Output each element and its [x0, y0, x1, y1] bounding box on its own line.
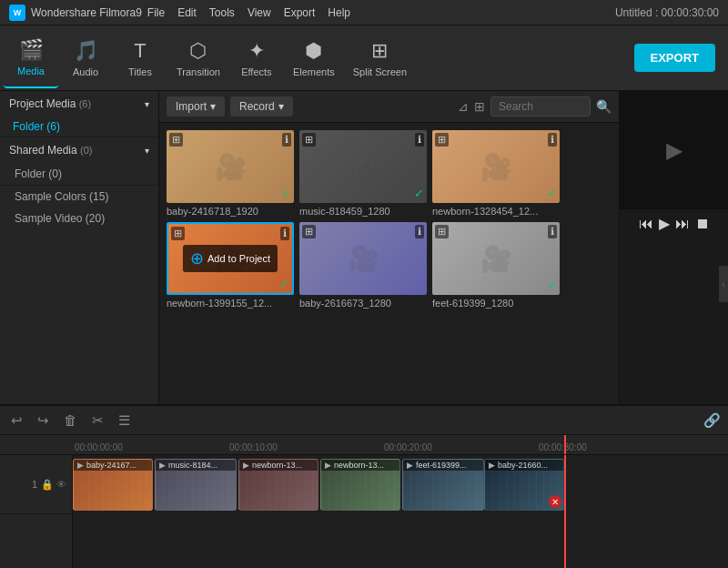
track-label-1: 1 🔒 👁 [0, 455, 72, 514]
media-item-feet[interactable]: 🎥 ⊞ ℹ ✓ feet-619399_1280 [432, 222, 560, 309]
sidebar-shared-folder[interactable]: Folder (0) [0, 163, 158, 185]
transition-icon: ⬡ [189, 39, 207, 63]
clip-label-clip1: baby-24167... [86, 461, 136, 470]
menu-item-file[interactable]: File [147, 6, 165, 19]
titles-icon: T [134, 39, 146, 63]
media-type-icon-music: ⊞ [302, 133, 316, 147]
preview-panel: ▶ ⏮ ▶ ⏭ ⏹ [619, 91, 728, 404]
toolbar-label-elements: Elements [293, 66, 335, 77]
link-icon[interactable]: 🔗 [703, 412, 721, 429]
ruler-mark-10: 00:00:10:00 [229, 442, 278, 452]
topbar-left: W Wondershare Filmora9 FileEditToolsView… [9, 5, 350, 21]
media-thumb-music: 🎥 ⊞ ℹ ✓ [299, 130, 427, 203]
project-title: Untitled : 00:00:30:00 [615, 6, 719, 19]
lock-icon[interactable]: 🔒 [41, 479, 54, 491]
clip-header-clip2: ▶ music-8184... [156, 460, 236, 471]
toolbar-label-transition: Transition [177, 66, 220, 77]
media-item-music[interactable]: 🎥 ⊞ ℹ ✓ music-818459_1280 [299, 130, 427, 217]
thumb-placeholder-newborn1: 🎥 [480, 152, 512, 182]
timeline-clip-clip1[interactable]: ▶ baby-24167... [73, 459, 153, 511]
timeline-cursor-ruler [564, 435, 566, 454]
clip-delete-btn-clip6[interactable]: ✕ [549, 495, 561, 508]
toolbar-btn-titles[interactable]: TTitles [113, 28, 167, 88]
preview-skip-back[interactable]: ⏮ [639, 216, 653, 232]
timeline-clip-clip5[interactable]: ▶ feet-619399... [402, 459, 484, 511]
media-info-icon-music: ℹ [415, 133, 424, 147]
preview-play[interactable]: ▶ [659, 215, 670, 232]
chevron-down-icon4: ▾ [278, 100, 284, 113]
export-button[interactable]: EXPORT [634, 44, 715, 72]
cut-button[interactable]: ✂ [88, 411, 107, 431]
menu-button[interactable]: ☰ [115, 411, 134, 431]
sidebar-section-project: Project Media (6) ▾ Folder (6) [0, 91, 158, 137]
clip-body-clip2 [156, 471, 236, 510]
sidebar-header-shared[interactable]: Shared Media (0) ▾ [0, 137, 158, 163]
ruler-mark-30: 00:00:30:00 [539, 442, 587, 452]
toolbar-btn-audio[interactable]: 🎵Audio [58, 28, 113, 88]
media-check-music: ✓ [414, 187, 424, 200]
delete-button[interactable]: 🗑 [60, 411, 81, 430]
toolbar-btn-splitscreen[interactable]: ⊞Split Screen [344, 28, 416, 88]
menu-item-view[interactable]: View [248, 6, 271, 19]
toolbar-btn-transition[interactable]: ⬡Transition [167, 28, 229, 88]
effects-icon: ✦ [248, 39, 265, 63]
timeline-inner: ▶ baby-24167... ▶ music-8184... ▶ newbor… [73, 455, 728, 514]
menu-item-edit[interactable]: Edit [177, 6, 197, 19]
visibility-icon[interactable]: 👁 [56, 479, 66, 491]
media-type-icon-baby1: ⊞ [169, 133, 183, 147]
clip-header-clip6: ▶ baby-21660... [485, 460, 563, 471]
clip-label-clip5: feet-619399... [416, 461, 467, 470]
ruler-mark-20: 00:00:20:00 [384, 442, 432, 452]
clip-icon-clip1: ▶ [77, 461, 84, 470]
clip-body-clip1 [74, 471, 152, 510]
menu-item-tools[interactable]: Tools [209, 6, 235, 19]
media-check-feet: ✓ [547, 279, 557, 292]
media-item-newborn2[interactable]: 🎥 ⊞ ℹ ✓ ⊕Add to Project newborn-1399155_… [167, 222, 294, 309]
media-type-icon-feet: ⊞ [435, 225, 449, 238]
elements-icon: ⬢ [305, 39, 322, 63]
search-icon[interactable]: 🔍 [596, 99, 612, 114]
timeline-clip-clip3[interactable]: ▶ newborn-13... [238, 459, 318, 511]
media-info-icon-feet: ℹ [548, 225, 557, 238]
menu-item-export[interactable]: Export [284, 6, 316, 19]
clip-label-clip3: newborn-13... [252, 461, 302, 470]
preview-stop[interactable]: ⏹ [695, 216, 710, 232]
media-item-newborn1[interactable]: 🎥 ⊞ ℹ ✓ newborn-1328454_12... [432, 130, 560, 217]
clip-icon-clip5: ▶ [407, 461, 413, 470]
clip-header-clip3: ▶ newborn-13... [239, 460, 318, 471]
filter-icon[interactable]: ⊿ [458, 99, 469, 114]
import-button[interactable]: Import ▾ [167, 96, 225, 117]
import-label: Import [176, 100, 207, 113]
clip-label-clip4: newborn-13... [334, 461, 384, 470]
preview-area: ▶ [620, 91, 728, 209]
sidebar-header-project[interactable]: Project Media (6) ▾ [0, 91, 158, 117]
undo-button[interactable]: ↩ [7, 411, 26, 431]
timeline-clip-clip2[interactable]: ▶ music-8184... [155, 459, 237, 511]
record-button[interactable]: Record ▾ [230, 96, 293, 117]
thumb-placeholder-feet: 🎥 [480, 244, 512, 274]
splitscreen-icon: ⊞ [371, 39, 388, 63]
media-label-feet: feet-619399_1280 [432, 295, 560, 309]
sidebar-folder-item[interactable]: Folder (6) [0, 117, 158, 137]
redo-button[interactable]: ↪ [34, 411, 53, 431]
toolbar-btn-media[interactable]: 🎬Media [4, 28, 58, 88]
media-item-baby1[interactable]: 🎥 ⊞ ℹ ✓ baby-2416718_1920 [167, 130, 294, 217]
media-thumb-feet: 🎥 ⊞ ℹ ✓ [432, 222, 560, 295]
thumb-placeholder-music: 🎥 [348, 152, 379, 182]
toolbar-btn-effects[interactable]: ✦Effects [229, 28, 284, 88]
clip-body-clip5 [403, 471, 483, 510]
sidebar-sample-video[interactable]: Sample Video (20) [0, 208, 158, 229]
media-item-baby2[interactable]: 🎥 ⊞ ℹ baby-2616673_1280 [299, 222, 427, 309]
media-toolbar: Import ▾ Record ▾ ⊿ ⊞ 🔍 [159, 91, 619, 123]
preview-skip-forward[interactable]: ⏭ [675, 216, 690, 232]
search-input[interactable] [490, 96, 591, 117]
toolbar-btn-elements[interactable]: ⬢Elements [284, 28, 344, 88]
menu-item-help[interactable]: Help [328, 6, 350, 19]
grid-view-icon[interactable]: ⊞ [474, 99, 485, 114]
clip-body-clip3 [239, 471, 318, 510]
timeline-clip-clip4[interactable]: ▶ newborn-13... [320, 459, 400, 511]
clip-header-clip1: ▶ baby-24167... [74, 460, 152, 471]
timeline-clip-clip6[interactable]: ▶ baby-21660... ✕ [484, 459, 564, 511]
sidebar-sample-colors[interactable]: Sample Colors (15) [0, 186, 158, 208]
clip-label-clip2: music-8184... [168, 461, 217, 470]
